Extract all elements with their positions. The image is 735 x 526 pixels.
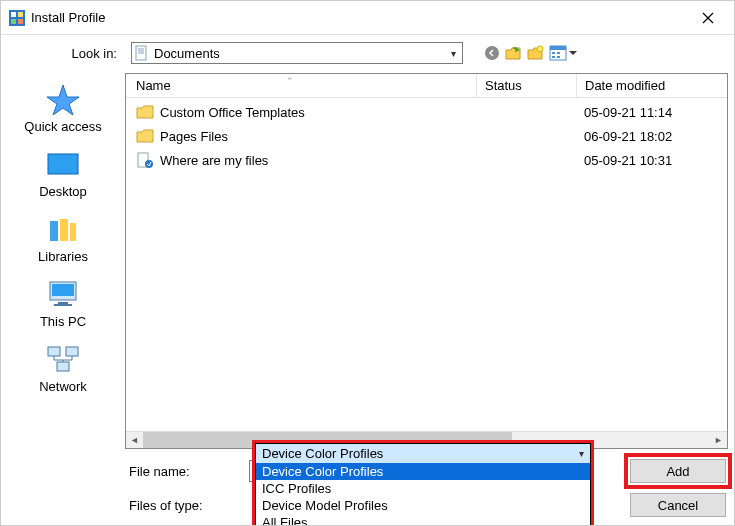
column-name-text: Name xyxy=(136,78,171,93)
close-button[interactable] xyxy=(685,3,730,33)
places-bar: Quick access Desktop Libraries This PC xyxy=(1,71,125,525)
lookin-value: Documents xyxy=(154,46,447,61)
chevron-down-icon: ▾ xyxy=(447,48,460,59)
file-date: 05-09-21 10:31 xyxy=(576,153,727,168)
svg-point-10 xyxy=(537,46,543,52)
svg-rect-24 xyxy=(58,302,68,304)
svg-rect-1 xyxy=(11,12,16,17)
table-row[interactable]: Where are my files05-09-21 10:31 xyxy=(126,148,727,172)
app-icon xyxy=(9,10,25,26)
file-rows: Custom Office Templates05-09-21 11:14Pag… xyxy=(126,98,727,431)
window-title: Install Profile xyxy=(31,10,685,25)
svg-rect-2 xyxy=(18,12,23,17)
view-menu-icon[interactable] xyxy=(549,44,577,62)
svg-rect-28 xyxy=(57,362,69,371)
file-list: Name ⌃ Status Date modified Custom Offic… xyxy=(125,73,728,449)
column-header-name[interactable]: Name ⌃ xyxy=(126,78,476,93)
svg-rect-3 xyxy=(11,19,16,24)
folder-icon xyxy=(136,128,154,144)
place-label: This PC xyxy=(40,314,86,329)
lookin-toolbar xyxy=(483,44,577,62)
file-date: 05-09-21 11:14 xyxy=(576,105,727,120)
dropdown-option[interactable]: All Files xyxy=(256,514,590,526)
column-header-status[interactable]: Status xyxy=(476,74,576,97)
place-label: Quick access xyxy=(24,119,101,134)
shortcut-icon xyxy=(136,152,154,168)
place-libraries[interactable]: Libraries xyxy=(1,213,125,264)
svg-rect-16 xyxy=(557,56,560,58)
table-row[interactable]: Pages Files06-09-21 18:02 xyxy=(126,124,727,148)
back-icon[interactable] xyxy=(483,44,501,62)
svg-rect-23 xyxy=(52,284,74,296)
svg-rect-18 xyxy=(48,154,78,174)
place-label: Desktop xyxy=(39,184,87,199)
scroll-left-icon[interactable]: ◄ xyxy=(126,435,143,445)
svg-marker-17 xyxy=(47,85,79,115)
file-name-label: File name: xyxy=(125,464,249,479)
add-button[interactable]: Add xyxy=(630,459,726,483)
column-header-date[interactable]: Date modified xyxy=(576,74,727,97)
svg-rect-15 xyxy=(557,52,560,54)
libraries-icon xyxy=(44,213,82,245)
dropdown-current[interactable]: Device Color Profiles ▾ xyxy=(256,444,590,463)
folder-icon xyxy=(136,104,154,120)
lookin-combo[interactable]: Documents ▾ xyxy=(131,42,463,64)
file-name: Pages Files xyxy=(160,129,228,144)
lookin-row: Look in: Documents ▾ xyxy=(1,35,734,71)
dropdown-option[interactable]: Device Color Profiles xyxy=(256,463,590,480)
svg-point-30 xyxy=(145,160,153,168)
file-name: Where are my files xyxy=(160,153,268,168)
install-profile-dialog: Install Profile Look in: Documents ▾ xyxy=(0,0,735,526)
sort-asc-icon: ⌃ xyxy=(286,76,294,86)
column-headers: Name ⌃ Status Date modified xyxy=(126,74,727,98)
place-label: Libraries xyxy=(38,249,88,264)
svg-rect-19 xyxy=(50,221,58,241)
new-folder-icon[interactable] xyxy=(527,44,545,62)
desktop-icon xyxy=(44,148,82,180)
svg-rect-13 xyxy=(552,52,555,54)
cancel-button[interactable]: Cancel xyxy=(630,493,726,517)
svg-rect-14 xyxy=(552,56,555,58)
svg-rect-12 xyxy=(550,46,566,50)
network-icon xyxy=(44,343,82,375)
titlebar: Install Profile xyxy=(1,1,734,35)
lookin-label: Look in: xyxy=(9,46,125,61)
svg-rect-26 xyxy=(48,347,60,356)
quick-access-icon xyxy=(44,83,82,115)
files-of-type-label: Files of type: xyxy=(125,498,249,513)
scroll-right-icon[interactable]: ► xyxy=(710,435,727,445)
place-quick-access[interactable]: Quick access xyxy=(1,83,125,134)
svg-point-9 xyxy=(485,46,499,60)
svg-rect-21 xyxy=(70,223,76,241)
documents-icon xyxy=(134,45,150,61)
dropdown-option[interactable]: Device Model Profiles xyxy=(256,497,590,514)
svg-rect-25 xyxy=(54,304,72,306)
place-network[interactable]: Network xyxy=(1,343,125,394)
svg-rect-20 xyxy=(60,219,68,241)
place-desktop[interactable]: Desktop xyxy=(1,148,125,199)
chevron-down-icon: ▾ xyxy=(579,448,584,459)
this-pc-icon xyxy=(44,278,82,310)
up-one-level-icon[interactable] xyxy=(505,44,523,62)
dropdown-options: Device Color ProfilesICC ProfilesDevice … xyxy=(256,463,590,526)
file-name: Custom Office Templates xyxy=(160,105,305,120)
dropdown-option[interactable]: ICC Profiles xyxy=(256,480,590,497)
svg-rect-27 xyxy=(66,347,78,356)
table-row[interactable]: Custom Office Templates05-09-21 11:14 xyxy=(126,100,727,124)
files-of-type-dropdown[interactable]: Device Color Profiles ▾ Device Color Pro… xyxy=(255,443,591,526)
svg-rect-4 xyxy=(18,19,23,24)
place-this-pc[interactable]: This PC xyxy=(1,278,125,329)
file-date: 06-09-21 18:02 xyxy=(576,129,727,144)
place-label: Network xyxy=(39,379,87,394)
